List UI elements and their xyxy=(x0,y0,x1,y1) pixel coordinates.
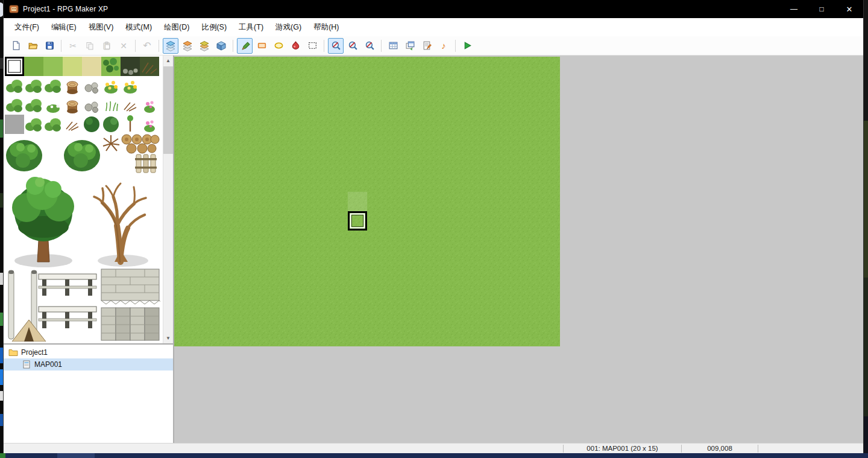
event-layer-cube-icon xyxy=(216,40,227,51)
open-project-button[interactable] xyxy=(25,38,40,54)
window-controls: — □ ✕ xyxy=(780,0,863,18)
toolbar-separator xyxy=(159,40,159,52)
zoom-1-2-icon xyxy=(348,40,358,51)
copy-button[interactable] xyxy=(82,38,98,54)
menu-help[interactable]: 帮助(H) xyxy=(307,18,345,36)
toolbar: ✂ ✕ ↶ xyxy=(4,36,863,56)
tree-item-map001[interactable]: MAP001 xyxy=(4,358,173,371)
maximize-button[interactable]: □ xyxy=(808,0,835,18)
zoom-1-4-button[interactable] xyxy=(362,38,377,54)
statusbar-cursor-coords: 009,008 xyxy=(682,445,758,452)
menu-game[interactable]: 游戏(G) xyxy=(269,18,307,36)
toolbar-separator xyxy=(324,40,324,52)
desktop-edge-fragment xyxy=(863,121,868,278)
close-button[interactable]: ✕ xyxy=(835,0,863,18)
taskbar-fragment xyxy=(0,453,5,458)
delete-x-icon: ✕ xyxy=(120,41,127,51)
zoom-1-1-button[interactable] xyxy=(328,38,344,54)
tree-item-label: MAP001 xyxy=(34,360,62,369)
rectangle-icon xyxy=(257,40,267,51)
pencil-icon xyxy=(240,40,250,51)
left-panel: ▲ ▼ Project1 xyxy=(4,56,174,443)
menubar: 文件(F) 编辑(E) 视图(V) 模式(M) 绘图(D) 比例(S) 工具(T… xyxy=(4,18,863,36)
tree-item-project-root[interactable]: Project1 xyxy=(4,346,173,358)
rectangle-tool-button[interactable] xyxy=(254,38,269,54)
desktop-edge-fragment xyxy=(863,416,868,453)
tree-item-label: Project1 xyxy=(21,348,48,357)
scissors-icon: ✂ xyxy=(69,41,77,51)
scroll-down-arrow[interactable]: ▼ xyxy=(163,333,174,343)
event-layer-button[interactable] xyxy=(213,38,229,54)
hover-ghost-tile xyxy=(348,192,367,211)
content-area: ▲ ▼ Project1 xyxy=(4,56,863,443)
minimize-button[interactable]: — xyxy=(780,0,808,18)
paste-button[interactable] xyxy=(99,38,115,54)
menu-file[interactable]: 文件(F) xyxy=(8,18,45,36)
pencil-tool-button[interactable] xyxy=(237,38,253,54)
save-project-button[interactable] xyxy=(42,38,57,54)
toolbar-separator xyxy=(455,40,456,52)
layer-1-icon xyxy=(165,40,176,51)
toolbar-separator xyxy=(233,40,233,52)
script-editor-button[interactable] xyxy=(419,38,435,54)
database-table-icon xyxy=(388,40,398,51)
copy-icon xyxy=(85,41,95,51)
select-rect-icon xyxy=(307,40,318,51)
database-button[interactable] xyxy=(385,38,401,54)
window-title: Project1 - RPG Maker XP xyxy=(23,5,108,13)
flood-fill-tool-button[interactable] xyxy=(288,38,303,54)
layer-3-button[interactable] xyxy=(197,38,212,54)
flood-fill-icon xyxy=(291,40,301,51)
zoom-1-1-icon xyxy=(331,40,341,51)
materials-button[interactable] xyxy=(402,38,418,54)
undo-button[interactable]: ↶ xyxy=(139,38,155,54)
tileset-scrollbar: ▲ ▼ xyxy=(163,56,173,343)
layer-1-button[interactable] xyxy=(163,38,178,54)
playtest-button[interactable] xyxy=(459,38,475,54)
app-icon[interactable] xyxy=(9,4,19,14)
taskbar-strip xyxy=(0,453,868,458)
toolbar-separator xyxy=(381,40,382,52)
open-folder-icon xyxy=(28,40,38,51)
play-icon xyxy=(462,40,473,51)
script-icon xyxy=(422,40,432,51)
statusbar-map-info: 001: MAP001 (20 x 15) xyxy=(564,445,681,452)
menu-mode[interactable]: 模式(M) xyxy=(119,18,158,36)
toolbar-separator xyxy=(61,40,61,52)
tileset-palette[interactable] xyxy=(5,57,160,342)
folder-icon xyxy=(8,348,18,357)
ellipse-tool-button[interactable] xyxy=(271,38,286,54)
menu-scale[interactable]: 比例(S) xyxy=(195,18,233,36)
menu-view[interactable]: 视图(V) xyxy=(83,18,120,36)
menu-tools[interactable]: 工具(T) xyxy=(233,18,269,36)
layer-3-icon xyxy=(199,40,210,51)
music-note-icon: ♪ xyxy=(441,40,446,51)
menu-draw[interactable]: 绘图(D) xyxy=(158,18,195,36)
menu-edit[interactable]: 编辑(E) xyxy=(45,18,83,36)
select-tool-button[interactable] xyxy=(304,38,320,54)
scrollbar-thumb[interactable] xyxy=(163,66,173,154)
map-canvas[interactable] xyxy=(174,57,560,346)
zoom-1-2-button[interactable] xyxy=(345,38,360,54)
rpg-maker-xp-window: Project1 - RPG Maker XP — □ ✕ 文件(F) 编辑(E… xyxy=(4,0,863,453)
new-project-button[interactable] xyxy=(8,38,24,54)
ellipse-icon xyxy=(274,40,284,51)
scroll-up-arrow[interactable]: ▲ xyxy=(163,56,174,66)
titlebar[interactable]: Project1 - RPG Maker XP — □ ✕ xyxy=(4,0,863,18)
desktop: Project1 - RPG Maker XP — □ ✕ 文件(F) 编辑(E… xyxy=(0,0,868,458)
delete-button[interactable]: ✕ xyxy=(116,38,131,54)
desktop-edge-fragment xyxy=(863,278,868,416)
desktop-edge-fragment xyxy=(863,0,868,121)
project-tree: Project1 MAP001 xyxy=(4,345,173,443)
clipboard-icon xyxy=(102,41,112,51)
layer-2-icon xyxy=(182,40,193,51)
layer-2-button[interactable] xyxy=(180,38,195,54)
zoom-1-4-icon xyxy=(365,40,375,51)
tileset-panel: ▲ ▼ xyxy=(4,56,173,345)
scrollbar-track[interactable] xyxy=(163,66,173,333)
undo-arrow-icon: ↶ xyxy=(143,40,151,51)
sound-test-button[interactable]: ♪ xyxy=(436,38,451,54)
cut-button[interactable]: ✂ xyxy=(65,38,81,54)
map-icon xyxy=(22,360,31,369)
taskbar-fragment xyxy=(57,453,95,458)
